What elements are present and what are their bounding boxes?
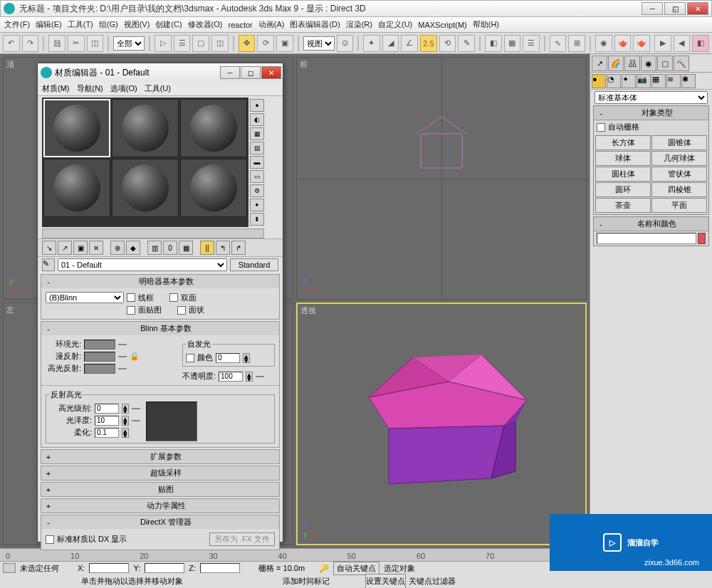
snap-toggle[interactable]: ◢ (382, 35, 399, 52)
lock-button[interactable]: ▶ (654, 35, 671, 52)
specular-map-btn[interactable] (118, 368, 127, 369)
gloss-spinner[interactable] (95, 416, 119, 426)
y-input[interactable] (145, 563, 184, 573)
mat-menu-tools[interactable]: 工具(U) (145, 83, 171, 94)
material-slot-6[interactable] (180, 159, 247, 217)
put-to-scene-icon[interactable]: ↗ (58, 241, 72, 255)
mat-menu-options[interactable]: 选项(O) (110, 83, 137, 94)
cameras-button[interactable]: 📷 (637, 74, 651, 88)
go-forward-icon[interactable]: ↱ (231, 241, 246, 255)
rollout-shader-params[interactable]: 明暗器基本参数 (56, 276, 276, 287)
curve-editor-button[interactable]: ∿ (550, 35, 567, 52)
rollout-supersampling[interactable]: 超级采样 (56, 468, 276, 478)
mat-map-nav-icon[interactable]: ⬍ (250, 213, 264, 226)
menu-file[interactable]: 文件(F) (4, 19, 30, 30)
sample-uv-icon[interactable]: ▤ (250, 142, 264, 154)
ambient-map-btn[interactable] (118, 344, 127, 345)
opacity-spinner[interactable] (219, 372, 243, 382)
pick-icon[interactable]: ✎ (42, 258, 55, 271)
menu-customize[interactable]: 自定义(U) (378, 19, 412, 30)
rollout-dynamics[interactable]: 动力学属性 (56, 500, 276, 511)
specular-swatch[interactable] (84, 364, 115, 374)
make-preview-icon[interactable]: ▭ (250, 170, 264, 183)
pyramid-button[interactable]: 四棱锥 (651, 182, 707, 197)
mat-menu-nav[interactable]: 导航(N) (77, 83, 103, 94)
menu-maxscript[interactable]: MAXScript(M) (418, 21, 466, 29)
menu-render[interactable]: 渲染(R) (346, 19, 372, 30)
schematic-button[interactable]: ⊞ (568, 35, 585, 52)
object-name-input[interactable] (597, 233, 696, 244)
systems-button[interactable]: ✱ (681, 74, 696, 88)
sphere-button[interactable]: 球体 (595, 151, 651, 166)
modify-tab[interactable]: 🌈 (608, 56, 624, 71)
show-end-result-icon[interactable]: || (200, 241, 214, 255)
select-by-mat-icon[interactable]: ✦ (250, 199, 264, 211)
plane-button[interactable]: 平面 (651, 198, 707, 213)
material-slot-4[interactable] (43, 159, 110, 217)
setkey-button[interactable]: 设置关键点 (365, 574, 406, 589)
rollout-extended[interactable]: 扩展参数 (56, 451, 276, 462)
selfillum-spinner[interactable] (216, 353, 240, 363)
rollout-maps[interactable]: 贴图 (56, 484, 276, 495)
material-editor-button[interactable]: ◉ (595, 35, 612, 52)
rollout-name-color[interactable]: 名称和颜色 (608, 219, 706, 229)
dx-display-checkbox[interactable] (46, 535, 54, 544)
quick-render-button[interactable]: 🫖 (633, 35, 650, 52)
material-type-button[interactable]: Standard (230, 258, 278, 271)
sample-type-icon[interactable]: ● (250, 99, 264, 112)
undo-button[interactable]: ↶ (3, 35, 20, 52)
menu-modifiers[interactable]: 修改器(O) (188, 19, 223, 30)
helpers-button[interactable]: ▦ (651, 74, 666, 88)
menu-help[interactable]: 帮助(H) (473, 19, 499, 30)
angle-snap[interactable]: ∠ (401, 35, 418, 52)
move-button[interactable]: ✥ (239, 35, 256, 52)
restore-button[interactable]: ◱ (664, 2, 686, 15)
get-material-icon[interactable]: ↘ (42, 241, 56, 255)
percent-snap[interactable]: 2.5 (420, 35, 437, 52)
select-rect-button[interactable]: ▢ (192, 35, 209, 52)
menu-group[interactable]: 组(G) (99, 19, 118, 30)
wire-checkbox[interactable] (127, 293, 135, 302)
link-button[interactable]: ⛓ (48, 35, 66, 52)
menu-reactor[interactable]: reactor (229, 21, 253, 29)
lights-button[interactable]: ✦ (622, 74, 636, 88)
make-copy-icon[interactable]: ⊕ (110, 241, 125, 255)
menu-graph[interactable]: 图表编辑器(D) (290, 19, 340, 30)
rotate-button[interactable]: ⟳ (257, 35, 274, 52)
menu-create[interactable]: 创建(C) (155, 19, 182, 30)
menu-view[interactable]: 视图(V) (124, 19, 150, 30)
torus-button[interactable]: 圆环 (595, 182, 651, 197)
menu-edit[interactable]: 编辑(E) (36, 19, 62, 30)
rollout-blinn-params[interactable]: Blinn 基本参数 (56, 323, 276, 334)
viewport-perspective[interactable]: 透视 zy─x (296, 303, 587, 545)
soften-spinner[interactable] (95, 428, 119, 438)
material-slot-5[interactable] (112, 159, 179, 217)
mirror-button[interactable]: ◧ (485, 35, 502, 52)
selfillum-color-checkbox[interactable] (186, 354, 194, 362)
mat-menu-material[interactable]: 材质(M) (42, 83, 70, 94)
axis-button[interactable]: ◀ (674, 35, 691, 52)
z-input[interactable] (200, 563, 240, 573)
mat-maximize[interactable]: ◻ (241, 66, 261, 79)
named-sel[interactable]: ✎ (458, 35, 475, 52)
opacity-map-btn[interactable] (256, 376, 264, 377)
twosided-checkbox[interactable] (169, 293, 178, 302)
select-name-button[interactable]: ☰ (174, 35, 191, 52)
save-fx-button[interactable]: 另存为 .FX 文件 (209, 532, 275, 546)
geometry-button[interactable]: ● (592, 74, 606, 88)
geosphere-button[interactable]: 几何球体 (651, 151, 707, 166)
bind-button[interactable]: ◫ (87, 35, 104, 52)
put-lib-icon[interactable]: ▥ (147, 241, 162, 255)
shader-dropdown[interactable]: (B)Blinn (46, 292, 124, 303)
eraser-icon[interactable]: ◧ (692, 35, 709, 52)
create-tab[interactable]: ↗ (592, 56, 607, 71)
material-slot-2[interactable] (112, 99, 179, 157)
facemap-checkbox[interactable] (127, 306, 135, 315)
lock-icon[interactable]: 🔒 (130, 352, 140, 361)
slot-scrollbar[interactable] (42, 229, 264, 238)
mat-minimize[interactable]: ─ (220, 66, 240, 79)
diffuse-swatch[interactable] (84, 352, 115, 362)
ref-coord-dropdown[interactable]: 视图 (303, 36, 335, 51)
cone-button[interactable]: 圆锥体 (651, 135, 707, 150)
material-name-dropdown[interactable]: 01 - Default (58, 258, 227, 271)
